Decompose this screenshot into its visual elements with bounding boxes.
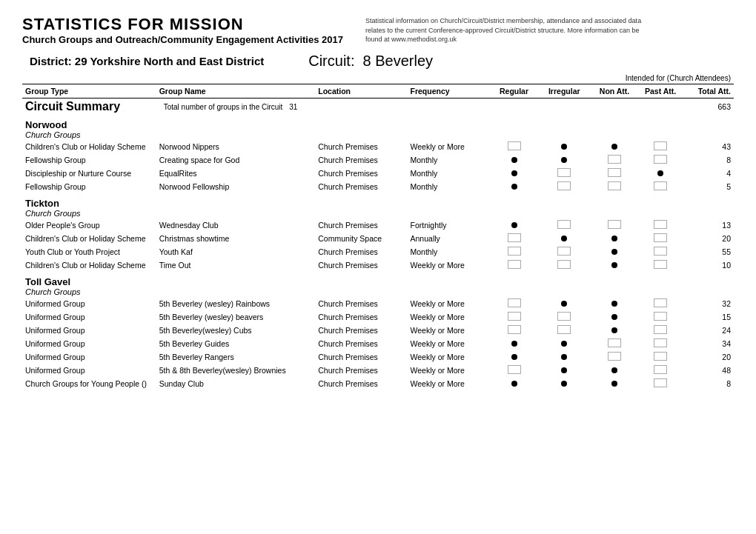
circuit-summary-total: 663 (683, 99, 734, 116)
box-empty (608, 352, 621, 361)
cell-group-name: 5th Beverley(wesley) Cubs (156, 324, 316, 337)
box-empty (508, 247, 521, 256)
cell-past-att (637, 140, 683, 153)
cell-group-type: Uniformed Group (22, 324, 156, 337)
cell-total-att: 8 (683, 153, 734, 167)
cell-past-att (637, 245, 683, 258)
cell-location: Church Premises (315, 153, 407, 167)
table-row: Uniformed Group 5th & 8th Beverley(wesle… (22, 364, 734, 377)
section-header-tickton: Tickton (22, 193, 734, 209)
box-empty (608, 220, 621, 229)
dot-filled (611, 249, 617, 255)
intended-for: Intended for (Church Attendees) (22, 74, 734, 82)
cell-non-att (591, 140, 637, 153)
col-header-total-att: Total Att. (683, 84, 734, 99)
box-empty (557, 325, 571, 334)
cell-regular (491, 297, 537, 310)
cell-group-type: Uniformed Group (22, 297, 156, 310)
table-row: Fellowship Group Norwood Fellowship Chur… (22, 180, 734, 193)
cell-irregular (537, 258, 591, 272)
cell-frequency: Weekly or More (408, 258, 491, 272)
cell-non-att (591, 310, 637, 324)
cell-group-type: Children's Club or Holiday Scheme (22, 140, 156, 153)
cell-frequency: Monthly (408, 180, 491, 193)
cell-irregular (537, 310, 591, 324)
circuit-summary-row: Circuit Summary Total number of groups i… (22, 99, 734, 116)
cell-irregular (537, 377, 591, 390)
cell-non-att (591, 364, 637, 377)
cell-non-att (591, 297, 637, 310)
cell-location: Church Premises (315, 258, 407, 272)
box-empty (654, 312, 667, 321)
table-row: Children's Club or Holiday Scheme Time O… (22, 258, 734, 272)
cell-total-att: 4 (683, 167, 734, 180)
cell-group-type: Children's Club or Holiday Scheme (22, 258, 156, 272)
box-empty (508, 260, 521, 269)
box-empty (654, 338, 667, 347)
cell-total-att: 24 (683, 324, 734, 337)
dot-filled (611, 301, 617, 307)
cell-non-att (591, 350, 637, 364)
table-row: Church Groups for Young People () Sunday… (22, 377, 734, 390)
dot-filled (561, 157, 567, 163)
cell-location: Church Premises (315, 140, 407, 153)
cell-group-name: Norwood Nippers (156, 140, 316, 153)
dot-filled (511, 381, 517, 387)
cell-group-name: Time Out (156, 258, 316, 272)
cell-frequency: Weekly or More (408, 377, 491, 390)
dot-filled (561, 144, 567, 150)
cell-location: Church Premises (315, 167, 407, 180)
cell-regular (491, 377, 537, 390)
cell-non-att (591, 245, 637, 258)
cell-group-name: Creating space for God (156, 153, 316, 167)
cell-frequency: Weekly or More (408, 364, 491, 377)
cell-past-att (637, 297, 683, 310)
cell-irregular (537, 337, 591, 350)
col-header-regular: Regular (491, 84, 537, 99)
table-row: Discipleship or Nurture Course EqualRite… (22, 167, 734, 180)
cell-regular (491, 310, 537, 324)
cell-past-att (637, 167, 683, 180)
cell-regular (491, 232, 537, 245)
cell-group-name: 5th Beverley (wesley) beavers (156, 310, 316, 324)
table-row: Uniformed Group 5th Beverley(wesley) Cub… (22, 324, 734, 337)
cell-irregular (537, 218, 591, 232)
col-header-non-att: Non Att. (591, 84, 637, 99)
cell-frequency: Monthly (408, 245, 491, 258)
dot-filled (511, 157, 517, 163)
district-label: District: 29 Yorkshire North and East Di… (30, 55, 264, 67)
church-groups-label-0: Church Groups (22, 130, 734, 140)
dot-filled (511, 341, 517, 347)
cell-past-att (637, 258, 683, 272)
box-empty (654, 155, 667, 164)
section-header-toll-gavel: Toll Gavel (22, 272, 734, 287)
cell-group-type: Uniformed Group (22, 337, 156, 350)
cell-location: Church Premises (315, 297, 407, 310)
cell-frequency: Weekly or More (408, 140, 491, 153)
cell-regular (491, 140, 537, 153)
cell-location: Church Premises (315, 377, 407, 390)
cell-non-att (591, 218, 637, 232)
cell-total-att: 32 (683, 297, 734, 310)
cell-past-att (637, 364, 683, 377)
cell-group-name: Sunday Club (156, 377, 316, 390)
cell-total-att: 34 (683, 337, 734, 350)
circuit-label: Circuit: 8 Beverley (308, 53, 433, 70)
cell-non-att (591, 153, 637, 167)
cell-location: Church Premises (315, 350, 407, 364)
cell-non-att (591, 377, 637, 390)
dot-filled (657, 170, 663, 176)
circuit-value: 8 Beverley (363, 53, 434, 69)
cell-non-att (591, 337, 637, 350)
cell-group-name: 5th Beverley Rangers (156, 350, 316, 364)
col-header-location: Location (315, 84, 407, 99)
cell-group-name: Christmas showtime (156, 232, 316, 245)
box-empty (557, 312, 571, 321)
box-empty (508, 325, 521, 334)
cell-group-type: Discipleship or Nurture Course (22, 167, 156, 180)
box-empty (654, 365, 667, 374)
box-empty (654, 352, 667, 361)
cell-location: Church Premises (315, 337, 407, 350)
cell-past-att (637, 377, 683, 390)
cell-frequency: Weekly or More (408, 324, 491, 337)
